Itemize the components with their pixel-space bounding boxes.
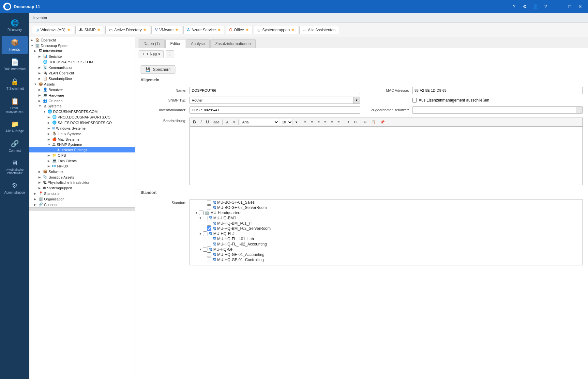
bold-button[interactable]: B [191, 119, 198, 125]
tree-node-phys-infra[interactable]: ▶ 🏗 Physikalische Infrastruktur [29, 180, 135, 185]
sidebar-item-discovery[interactable]: 🌐 Discovery [2, 16, 28, 35]
tree-node-mac[interactable]: ▶ 🍎 Mac Systeme [29, 136, 135, 142]
tree-node-benutzer[interactable]: ▶ 👤 Benutzer [29, 87, 135, 92]
beschreibung-textarea[interactable] [189, 126, 583, 185]
standort-cb[interactable] [207, 252, 211, 257]
tab-daten[interactable]: Daten (1) [139, 39, 165, 48]
tree-node-sonstige[interactable]: ▶ 📎 Sonstige Assets [29, 174, 135, 180]
tree-scrollbar-horizontal[interactable] [29, 207, 135, 211]
tree-node-organisation[interactable]: ▶ 🏢 Organisation [29, 196, 135, 202]
tree-node-thin-clients[interactable]: ▶ 💻 Thin Clients [29, 158, 135, 164]
toolbar-tab-active-directory[interactable]: ▭ Active Directory ★ [105, 26, 150, 34]
font-size-select[interactable]: 10 12 14 [280, 119, 293, 125]
toolbar-tab-snmp[interactable]: 🖧 SNMP ★ [75, 26, 104, 34]
snmp-typ-input[interactable] [190, 97, 353, 103]
tree-node-standorte[interactable]: ▶ 📍 Standorte [29, 191, 135, 196]
tree-node-berichte[interactable]: ▶ 📊 Berichte [29, 54, 135, 59]
new-button[interactable]: + + Neu ▾ [139, 50, 164, 58]
highlight-button[interactable]: ▾ [231, 119, 237, 125]
name-input[interactable] [189, 87, 360, 94]
tree-node-gruppen[interactable]: ▶ 👥 Gruppen [29, 98, 135, 103]
standort-node-hq[interactable]: ▼ 🏢 MU-Headquarters [190, 210, 578, 215]
save-button[interactable]: 💾 Speichern [141, 65, 175, 74]
tree-node-cifs[interactable]: ▶ 📁 CIFS [29, 152, 135, 158]
sidebar-item-inventar[interactable]: 📦 Inventar [2, 36, 28, 54]
toolbar-tab-alle-assistenten[interactable]: ··· Alle Assistenten [299, 26, 339, 34]
font-family-select[interactable]: Arial Times New Roman Courier New [240, 119, 279, 125]
tree-node-standardplaene[interactable]: ▶ 📋 Standardpläne [29, 76, 135, 81]
tree-node-docusnap-sports[interactable]: ▼ 🏢 Docusnap Sports [29, 43, 135, 48]
standort-cb[interactable] [207, 221, 211, 226]
italic-button[interactable]: I [199, 119, 204, 125]
toolbar-tab-systemgruppen[interactable]: ⊞ Systemgruppen ★ [254, 26, 298, 34]
standort-cb[interactable] [207, 258, 211, 262]
standort-tree[interactable]: 🏗 MU-BO-GF-01_Sales 🏗 MU-BO-GF-02_Ser [190, 200, 582, 265]
align-left-button[interactable]: ≡ [302, 119, 308, 125]
standort-node-hq-gf[interactable]: ▼ 🏗 MU-HQ-GF [190, 247, 578, 252]
font-size-dec[interactable]: ▾ [294, 119, 299, 125]
tree-node-systemgruppen[interactable]: ▶ ⊞ Systemgruppen [29, 185, 135, 191]
toolbar-tab-vmware[interactable]: V VMware ★ [151, 26, 182, 34]
cut-button[interactable]: ✂ [362, 119, 369, 125]
paste-button[interactable]: 📌 [378, 119, 387, 125]
standort-node-bo-sales[interactable]: 🏗 MU-BO-GF-01_Sales [190, 200, 578, 205]
tab-zusatzinformationen[interactable]: Zusatzinformationen [210, 39, 256, 48]
standort-cb[interactable] [207, 200, 211, 205]
standort-node-bo-serverroom[interactable]: 🏗 MU-BO-GF-02_ServerRoom [190, 205, 578, 210]
tab-editor[interactable]: Editor [165, 39, 185, 48]
undo-button[interactable]: ↺ [344, 119, 351, 125]
tree-node-infrastruktur[interactable]: ▶ 🏗 Infrastruktur [29, 48, 135, 54]
underline-button[interactable]: U [204, 119, 211, 125]
tree-node-software[interactable]: ▶ 📦 Software [29, 169, 135, 174]
tree-node-hp-ux[interactable]: ▶ HP HP-UX [29, 164, 135, 169]
tree-node-sales[interactable]: ▶ 🌐 SALES.DOCUSNAPSPORTS.CO [29, 120, 135, 125]
standort-node-hq-flj[interactable]: ▼ 🏗 MU-HQ-FLJ [190, 231, 578, 236]
standort-cb-checked[interactable] [207, 226, 211, 231]
tree-node-docusnapsports-com2[interactable]: ▼ 🌐 DOCUSNAPSPORTS.COM [29, 109, 135, 114]
standort-cb[interactable] [203, 231, 207, 236]
toolbar-tab-azure[interactable]: A Azure Service ★ [183, 26, 224, 34]
mac-input[interactable] [412, 87, 583, 94]
tree-node-connect[interactable]: ▶ 🔗 Connect [29, 202, 135, 207]
standort-cb[interactable] [203, 247, 207, 252]
standort-cb[interactable] [203, 216, 207, 220]
align-justify-button[interactable]: ≡ [322, 119, 328, 125]
tree-node-assets[interactable]: ▼ 📦 Assets [29, 81, 135, 87]
settings-icon[interactable]: ⚙ [520, 2, 529, 11]
tree-node-uebersicht[interactable]: ▶ 🏠 Übersicht [29, 37, 135, 43]
standort-cb[interactable] [199, 211, 204, 215]
font-color-button[interactable]: A [224, 119, 230, 125]
copy-button[interactable]: 📋 [369, 119, 378, 125]
zugeordneter-input[interactable] [413, 107, 576, 113]
tree-node-prod[interactable]: ▶ 🌐 PROD.DOCUSNAPSPORTS.CO [29, 114, 135, 120]
close-button[interactable]: ✕ [576, 2, 585, 11]
toolbar-tab-windows-ad[interactable]: ⊞ Windows (AD) ★ [32, 26, 74, 34]
more-options-button[interactable]: ⋮ [166, 50, 174, 58]
sidebar-item-administration[interactable]: ⚙ Administration [2, 179, 28, 197]
align-center-button[interactable]: ≡ [309, 119, 315, 125]
minimize-button[interactable]: — [555, 2, 564, 11]
tree-node-linux[interactable]: ▶ 🐧 Linux Systeme [29, 131, 135, 136]
info-icon[interactable]: ? [541, 2, 550, 11]
tree-node-snmp-systeme[interactable]: ▼ 🖧 SNMP Systeme [29, 142, 135, 147]
sidebar-item-connect[interactable]: 🔗 Connect [2, 137, 28, 155]
standort-cb[interactable] [207, 242, 211, 246]
zugeordneter-button[interactable]: … [576, 107, 582, 113]
list-ul-button[interactable]: ≡ [329, 119, 335, 125]
snmp-typ-dropdown-button[interactable]: ▼ [353, 97, 360, 103]
standort-node-fl-i01-lab[interactable]: 🏗 MU-HQ-FL_I-01_Lab [190, 236, 578, 242]
tab-analyse[interactable]: Analyse [186, 39, 210, 48]
sidebar-item-physikalische[interactable]: 🖥 Physikalische Infrastruktur [2, 157, 28, 178]
sidebar-item-alle-auftraege[interactable]: 📁 Alle Aufträge [2, 118, 28, 136]
sidebar-item-it-sicherheit[interactable]: 🔒 IT Sicherheit [2, 75, 28, 93]
toolbar-tab-office[interactable]: O Office ★ [226, 26, 252, 34]
tree-node-neuer-eintrag[interactable]: 🖧 <Neuer Eintrag> [29, 147, 135, 152]
standort-node-gf-01-controlling[interactable]: 🏗 MU-HQ-GF-01_Controlling [190, 257, 578, 262]
tree-node-vlan[interactable]: ▶ 🔌 VLAN Übersicht [29, 70, 135, 76]
tree-node-systeme[interactable]: ▼ 🖥 Systeme [29, 103, 135, 109]
inventar-input[interactable] [189, 106, 360, 114]
standort-cb[interactable] [207, 205, 211, 210]
maximize-button[interactable]: □ [565, 2, 574, 11]
redo-button[interactable]: ↻ [352, 119, 359, 125]
lizenz-checkbox[interactable] [412, 98, 417, 103]
